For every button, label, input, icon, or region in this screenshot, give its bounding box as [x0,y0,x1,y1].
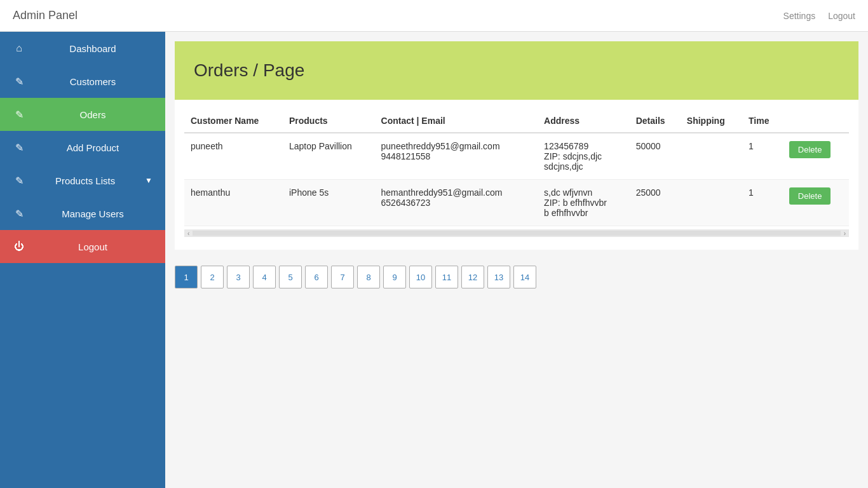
cell-products-0: Laptop Pavillion [283,133,375,180]
logout-link[interactable]: Logout [828,11,855,21]
page-btn-10[interactable]: 10 [409,266,432,288]
app-header: Admin Panel Settings Logout [0,0,868,32]
col-header-6: Time [742,109,783,133]
sidebar-item-products-lists[interactable]: ✎Products Lists▼ [0,164,165,197]
page-btn-1[interactable]: 1 [175,266,198,288]
sidebar-label-manage-users: Manage Users [33,208,153,219]
table-area: Customer NameProductsContact | EmailAddr… [175,100,858,250]
main-layout: ⌂Dashboard✎Customers✎Oders✎Add Product✎P… [0,32,868,488]
table-header: Customer NameProductsContact | EmailAddr… [184,109,849,133]
table-body: puneethLaptop Pavillionpuneethreddy951@g… [184,133,849,226]
delete-button-0[interactable]: Delete [789,141,831,158]
manage-users-icon: ✎ [13,208,25,220]
sidebar-item-dashboard[interactable]: ⌂Dashboard [0,32,165,65]
sidebar-label-customers: Customers [33,76,153,87]
cell-time-0: 1 [742,133,783,180]
add-product-icon: ✎ [13,142,25,154]
page-header: Orders / Page [175,41,858,100]
page-btn-4[interactable]: 4 [253,266,276,288]
cell-contact-1: hemanthreddy951@gmail.com6526436723 [375,180,538,226]
table-header-row: Customer NameProductsContact | EmailAddr… [184,109,849,133]
main-content: Orders / Page Customer NameProductsConta… [165,32,868,488]
orders-icon: ✎ [13,109,25,121]
scroll-left-arrow[interactable]: ‹ [184,230,193,237]
cell-shipping-0 [681,133,742,180]
header-actions: Settings Logout [783,11,855,21]
page-btn-13[interactable]: 13 [487,266,510,288]
cell-time-1: 1 [742,180,783,226]
col-header-2: Contact | Email [375,109,538,133]
sidebar-item-orders[interactable]: ✎Oders [0,98,165,131]
app-title: Admin Panel [13,9,78,22]
sidebar-item-add-product[interactable]: ✎Add Product [0,131,165,164]
cell-customer-name-1: hemanthu [184,180,283,226]
col-header-0: Customer Name [184,109,283,133]
sidebar-label-products-lists: Products Lists [33,175,137,186]
sidebar: ⌂Dashboard✎Customers✎Oders✎Add Product✎P… [0,32,165,488]
col-header-7 [783,109,849,133]
cell-products-1: iPhone 5s [283,180,375,226]
page-btn-6[interactable]: 6 [305,266,328,288]
sidebar-item-manage-users[interactable]: ✎Manage Users [0,197,165,230]
sidebar-label-dashboard: Dashboard [33,43,153,54]
sidebar-label-add-product: Add Product [33,142,153,153]
col-header-3: Address [538,109,630,133]
logout-icon: ⏻ [13,241,25,252]
customers-icon: ✎ [13,76,25,88]
page-btn-3[interactable]: 3 [227,266,250,288]
page-btn-12[interactable]: 12 [461,266,484,288]
settings-link[interactable]: Settings [783,11,816,21]
sidebar-item-customers[interactable]: ✎Customers [0,65,165,98]
page-btn-7[interactable]: 7 [331,266,354,288]
col-header-1: Products [283,109,375,133]
cell-customer-name-0: puneeth [184,133,283,180]
cell-contact-0: puneethreddy951@gmail.com9448121558 [375,133,538,180]
cell-details-0: 50000 [630,133,681,180]
page-title: Orders / Page [194,60,839,81]
cell-shipping-1 [681,180,742,226]
sidebar-label-logout: Logout [33,241,153,252]
cell-details-1: 25000 [630,180,681,226]
page-btn-9[interactable]: 9 [383,266,406,288]
products-lists-icon: ✎ [13,175,25,187]
dashboard-icon: ⌂ [13,43,25,54]
col-header-5: Shipping [681,109,742,133]
page-btn-11[interactable]: 11 [435,266,458,288]
delete-button-1[interactable]: Delete [789,187,831,205]
page-btn-8[interactable]: 8 [357,266,380,288]
scroll-track[interactable] [193,231,840,236]
col-header-4: Details [630,109,681,133]
cell-delete-0: Delete [783,133,849,180]
scroll-bar[interactable]: ‹ › [184,229,849,237]
sidebar-label-orders: Oders [33,109,153,120]
page-btn-2[interactable]: 2 [201,266,224,288]
page-btn-5[interactable]: 5 [279,266,302,288]
cell-address-0: 123456789ZIP: sdcjns,djcsdcjns,djc [538,133,630,180]
scroll-right-arrow[interactable]: › [841,230,849,237]
table-row: hemanthuiPhone 5shemanthreddy951@gmail.c… [184,180,849,226]
cell-address-1: s,dc wfjvnvnZIP: b efhfhvvbrb efhfhvvbr [538,180,630,226]
sidebar-item-logout[interactable]: ⏻Logout [0,230,165,263]
page-btn-14[interactable]: 14 [513,266,536,288]
cell-delete-1: Delete [783,180,849,226]
orders-table: Customer NameProductsContact | EmailAddr… [184,109,849,226]
dropdown-arrow-products-lists: ▼ [145,176,153,185]
pagination: 1234567891011121314 [165,259,868,295]
table-row: puneethLaptop Pavillionpuneethreddy951@g… [184,133,849,180]
